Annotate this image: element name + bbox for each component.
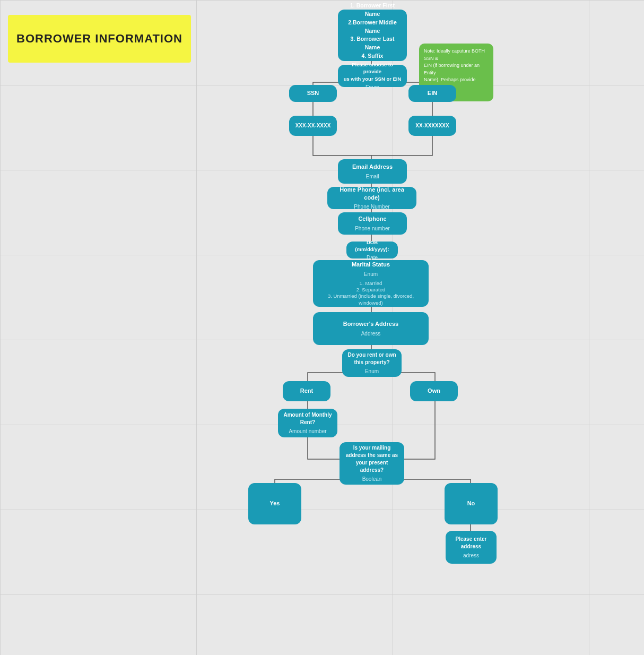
ssn-format-label: XXX-XX-XXXX (295, 122, 331, 130)
enter-address-title: Please enteraddress (456, 536, 487, 550)
home-phone-title: Home Phone (incl. area code) (333, 186, 411, 202)
borrowers-address-sub: Address (361, 330, 381, 337)
marital-status-title: Marital Status (352, 261, 390, 269)
rent-node: Rent (283, 381, 330, 401)
marital-status-sub: Enum (364, 271, 378, 278)
page-title: BORROWER INFORMATION (16, 32, 182, 46)
no-label: No (467, 499, 475, 507)
no-node: No (445, 483, 498, 524)
email-title: Email Address (352, 163, 393, 171)
marital-status-options: 1. Married 2. Separated 3. Unmarried (in… (318, 280, 423, 306)
monthly-rent-title: Amount of MonthlyRent? (283, 411, 332, 426)
rent-or-own-node: Do you rent or ownthis property? Enum (342, 349, 402, 377)
own-label: Own (428, 387, 440, 395)
dob-node: DOB (mm/dd/yyyy): Date (346, 242, 398, 258)
email-sub: Email (365, 173, 379, 180)
borrower-name-title: 1. Borrower First Name2.Borrower Middle … (343, 2, 402, 60)
yes-node: Yes (248, 483, 301, 524)
yes-label: Yes (270, 499, 280, 507)
cellphone-node: Cellphone Phone number (338, 212, 407, 235)
borrowers-address-node: Borrower's Address Address (313, 312, 429, 345)
enter-address-sub: adress (463, 552, 479, 559)
ein-node: EIN (408, 85, 456, 102)
email-node: Email Address Email (338, 159, 407, 184)
home-phone-sub: Phone Number (354, 203, 389, 210)
rent-or-own-title: Do you rent or ownthis property? (347, 351, 396, 366)
enter-address-node: Please enteraddress adress (446, 531, 497, 564)
cellphone-title: Cellphone (358, 215, 386, 223)
home-phone-node: Home Phone (incl. area code) Phone Numbe… (327, 187, 416, 209)
borrower-name-node: 1. Borrower First Name2.Borrower Middle … (338, 10, 407, 61)
mailing-same-node: Is your mailingaddress the same asyour p… (340, 442, 404, 485)
ein-label: EIN (428, 89, 437, 97)
title-box: BORROWER INFORMATION (8, 15, 191, 63)
ssn-ein-sub: Enum (365, 84, 379, 91)
ssn-ein-title: Please choose to provideus with your SSN… (343, 61, 402, 82)
ssn-ein-choice-node: Please choose to provideus with your SSN… (338, 65, 407, 87)
dob-title: DOB (mm/dd/yyyy): (352, 239, 393, 253)
marital-status-node: Marital Status Enum 1. Married 2. Separa… (313, 260, 429, 307)
borrowers-address-title: Borrower's Address (343, 320, 398, 328)
monthly-rent-sub: Amount number (289, 428, 326, 435)
rent-label: Rent (300, 387, 313, 395)
monthly-rent-node: Amount of MonthlyRent? Amount number (278, 409, 337, 437)
ssn-label: SSN (307, 89, 319, 97)
own-node: Own (410, 381, 458, 401)
mailing-same-title: Is your mailingaddress the same asyour p… (346, 444, 398, 474)
cellphone-sub: Phone number (355, 225, 390, 232)
mailing-same-sub: Boolean (362, 476, 382, 482)
ssn-format-node: XXX-XX-XXXX (289, 116, 337, 136)
ssn-node: SSN (289, 85, 337, 102)
ein-format-node: XX-XXXXXXX (408, 116, 456, 136)
rent-or-own-sub: Enum (365, 368, 379, 375)
ein-format-label: XX-XXXXXXX (415, 122, 449, 130)
